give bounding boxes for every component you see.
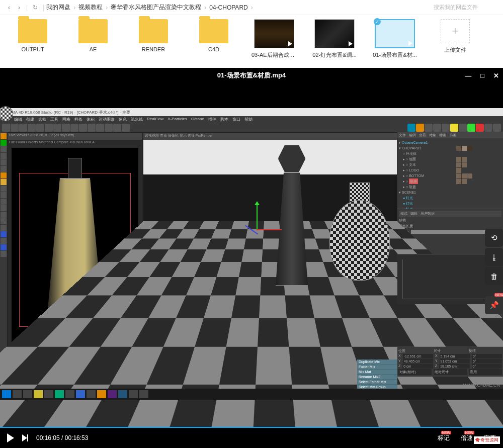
video-file-02[interactable]: 02-灯光布置&调... xyxy=(312,19,357,64)
viewer-side-tools: ⟲ ⭳ 🗑 NEW📌 xyxy=(485,229,503,314)
viewport-scene: 网格式距: 100 cm xyxy=(143,140,397,372)
windows-taskbar xyxy=(0,389,503,400)
scene-tabs: 文件编辑查看对象标签书签 xyxy=(397,132,503,138)
nav-back-icon[interactable]: ‹ xyxy=(4,3,14,13)
separator: | xyxy=(43,4,44,11)
upload-button[interactable]: +上传文件 xyxy=(433,19,478,64)
refresh-icon[interactable]: ↻ xyxy=(33,4,38,11)
delete-button[interactable]: 🗑 xyxy=(485,267,503,285)
folder-c4d[interactable]: C4D xyxy=(191,19,236,64)
breadcrumb-2[interactable]: 奢华香水风格图产品渲染中文教程 xyxy=(111,3,201,12)
share-button[interactable]: ⟲ xyxy=(485,229,503,247)
video-title: 01-场景布置&材质.mp4 xyxy=(217,71,286,80)
breadcrumb-1[interactable]: 视频教程 xyxy=(78,3,103,12)
file-grid: OUTPUT AE RENDER C4D 03-AE后期合成&... 02-灯光… xyxy=(0,15,503,68)
watermark: WWW.C4DAE.CN xyxy=(463,383,500,388)
new-badge: NEW xyxy=(494,293,503,297)
top-navigation: ‹ › | ↻ | 我的网盘 › 视频教程 › 奢华香水风格图产品渲染中文教程 … xyxy=(0,0,503,15)
nav-forward-icon[interactable]: › xyxy=(14,3,24,13)
round-bottle-mesh xyxy=(329,200,390,281)
play-icon xyxy=(288,41,292,46)
video-file-01[interactable]: ✓01-场景布置&材... xyxy=(372,19,417,64)
coordinate-manager: 位置尺寸旋转 X-12.651 cmX5.194 cm0° Y48.465 cm… xyxy=(397,347,503,377)
round-bottle-cap xyxy=(350,183,370,203)
minimize-button[interactable]: — xyxy=(465,72,471,79)
speed-button[interactable]: NEW倍速 xyxy=(461,434,473,442)
download-icon: ⭳ xyxy=(490,253,498,261)
c4d-screenshot: CINEMA 4D R19.068 Studio (RC - R19) - [C… xyxy=(0,108,503,400)
play-button[interactable] xyxy=(7,433,14,442)
marker-button[interactable]: NEW标记 xyxy=(438,434,450,442)
search-input[interactable]: 搜索我的网盘文件 xyxy=(434,4,499,11)
video-thumbnail xyxy=(314,19,355,48)
video-thumbnail-selected: ✓ xyxy=(375,19,415,48)
scene-tree: ▸ OctaneCamera1 ▾ CHOPARD1 ○ 环境体 ▸ ○ 地面 … xyxy=(397,138,503,209)
download-button[interactable]: ⭳ xyxy=(485,248,503,266)
folder-icon xyxy=(18,19,47,43)
plus-icon: + xyxy=(441,19,470,43)
maximize-button[interactable]: □ xyxy=(480,72,484,79)
video-viewer: 01-场景布置&材质.mp4 — □ ✕ CINEMA 4D R19.068 S… xyxy=(0,68,503,448)
check-icon: ✓ xyxy=(374,18,381,25)
share-icon: ⟲ xyxy=(491,233,497,242)
c4d-toolbar xyxy=(0,123,503,132)
gizmo-x-axis xyxy=(257,229,282,230)
separator: | xyxy=(26,4,28,11)
left-toolbar xyxy=(0,132,7,373)
folder-icon xyxy=(199,19,228,43)
video-thumbnail xyxy=(254,19,294,48)
c4d-menu-bar: 文件编辑创建选择工具网格样条体积运动图形角色流水线RealFlowX-Parti… xyxy=(0,116,503,123)
folder-icon xyxy=(139,19,168,43)
time-display: 00:16:05 / 00:16:53 xyxy=(36,434,88,441)
viewer-titlebar: 01-场景布置&材质.mp4 — □ ✕ xyxy=(0,68,503,83)
close-button[interactable]: ✕ xyxy=(493,72,499,79)
next-button[interactable] xyxy=(22,434,28,441)
render-header: Live Viewer Studio 2018.1.2 (20 days lef… xyxy=(8,133,142,140)
folder-ae[interactable]: AE xyxy=(70,19,116,64)
play-icon xyxy=(349,41,353,46)
play-icon xyxy=(408,41,412,46)
breadcrumb-3[interactable]: 04-CHOPARD xyxy=(209,4,247,11)
folder-render[interactable]: RENDER xyxy=(131,19,176,64)
gizmo-y-axis xyxy=(257,205,258,230)
pin-icon: 📌 xyxy=(489,301,499,310)
breadcrumb-root[interactable]: 我的网盘 xyxy=(46,3,70,12)
c4d-window-title: CINEMA 4D R19.068 Studio (RC - R19) - [C… xyxy=(0,108,503,116)
video-file-03[interactable]: 03-AE后期合成&... xyxy=(252,19,297,64)
site-logo: 奇奇资源网 xyxy=(474,436,500,444)
viewport-header: 透视视图 查看 摄像机 显示 选项 ProRender xyxy=(143,133,397,140)
trash-icon: 🗑 xyxy=(490,272,498,281)
bottle-mesh-1 xyxy=(264,145,319,286)
video-player-bar: 00:16:05 / 00:16:53 NEW标记 NEW倍速 字幕 xyxy=(0,427,503,448)
folder-output[interactable]: OUTPUT xyxy=(10,19,55,64)
folder-icon xyxy=(78,19,108,43)
pin-button[interactable]: NEW📌 xyxy=(485,296,503,314)
c4d-viewport: 透视视图 查看 摄像机 显示 选项 ProRender 网格式距: 100 cm xyxy=(143,132,397,373)
